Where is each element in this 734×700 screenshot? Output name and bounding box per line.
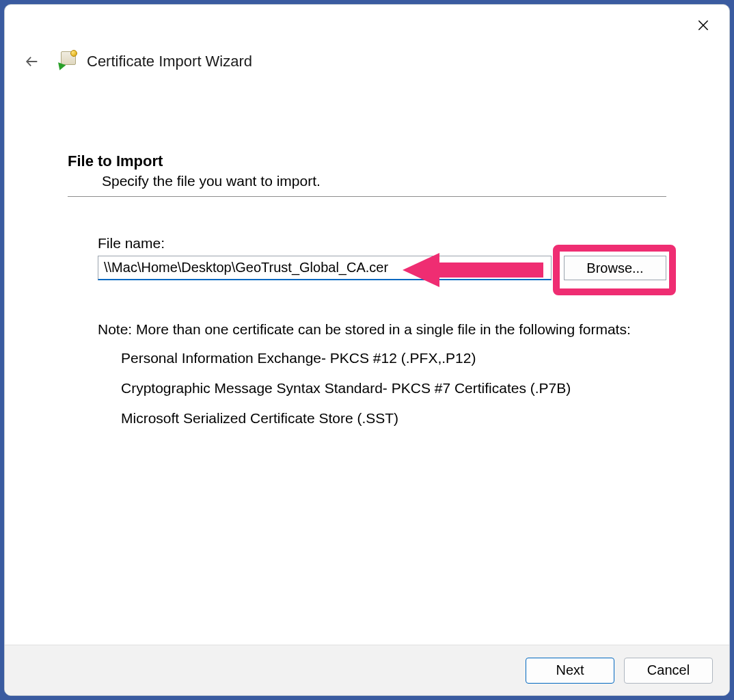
cancel-button[interactable]: Cancel bbox=[624, 658, 713, 684]
back-arrow-icon bbox=[25, 54, 40, 69]
format-item: Personal Information Exchange- PKCS #12 … bbox=[121, 350, 666, 366]
section-divider bbox=[68, 196, 666, 197]
note-block: Note: More than one certificate can be s… bbox=[68, 321, 666, 427]
section-subheading: Specify the file you want to import. bbox=[68, 173, 666, 189]
wizard-window: Certificate Import Wizard File to Import… bbox=[4, 4, 730, 696]
wizard-header: Certificate Import Wizard bbox=[5, 5, 729, 72]
note-text: Note: More than one certificate can be s… bbox=[98, 321, 666, 338]
wizard-content: File to Import Specify the file you want… bbox=[5, 72, 729, 645]
close-button[interactable] bbox=[692, 14, 714, 36]
file-section: File name: Browse... bbox=[68, 235, 666, 280]
close-icon bbox=[696, 18, 710, 32]
wizard-footer: Next Cancel bbox=[5, 645, 729, 695]
section-heading: File to Import bbox=[68, 152, 666, 170]
browse-button[interactable]: Browse... bbox=[564, 256, 666, 280]
format-item: Cryptographic Message Syntax Standard- P… bbox=[121, 380, 666, 396]
back-button[interactable] bbox=[23, 52, 42, 71]
format-list: Personal Information Exchange- PKCS #12 … bbox=[98, 350, 666, 427]
file-name-label: File name: bbox=[98, 235, 666, 252]
certificate-wizard-icon bbox=[55, 51, 76, 72]
format-item: Microsoft Serialized Certificate Store (… bbox=[121, 410, 666, 427]
wizard-title: Certificate Import Wizard bbox=[87, 53, 252, 70]
file-name-input[interactable] bbox=[98, 256, 552, 280]
next-button[interactable]: Next bbox=[526, 658, 614, 684]
